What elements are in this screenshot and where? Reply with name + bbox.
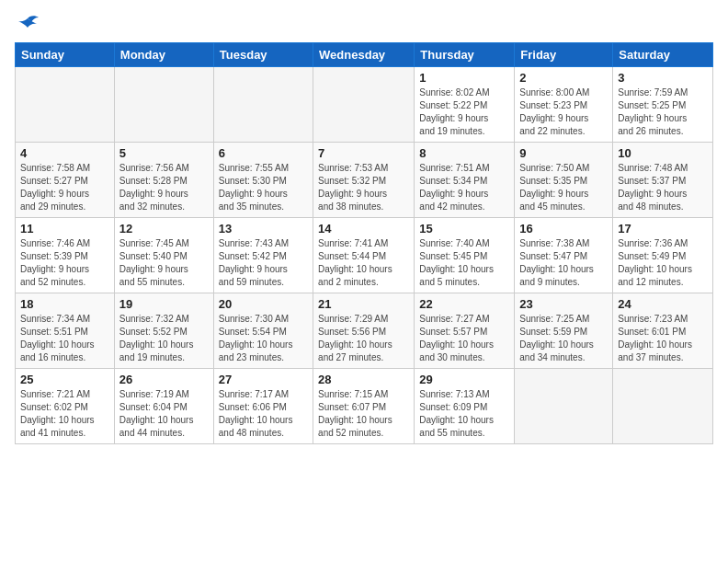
day-number: 13 xyxy=(219,222,308,236)
day-number: 23 xyxy=(519,297,608,311)
day-info: Sunrise: 7:40 AM Sunset: 5:45 PM Dayligh… xyxy=(419,237,509,289)
day-info: Sunrise: 7:15 AM Sunset: 6:07 PM Dayligh… xyxy=(318,388,409,440)
calendar-cell: 19Sunrise: 7:32 AM Sunset: 5:52 PM Dayli… xyxy=(114,293,213,369)
calendar-cell: 12Sunrise: 7:45 AM Sunset: 5:40 PM Dayli… xyxy=(114,218,213,293)
col-header-sunday: Sunday xyxy=(16,43,115,67)
day-number: 27 xyxy=(219,373,308,386)
day-number: 29 xyxy=(419,373,509,386)
day-number: 6 xyxy=(219,146,308,160)
col-header-friday: Friday xyxy=(515,43,613,67)
col-header-saturday: Saturday xyxy=(613,43,713,67)
col-header-tuesday: Tuesday xyxy=(213,43,313,67)
day-info: Sunrise: 7:36 AM Sunset: 5:49 PM Dayligh… xyxy=(618,237,708,289)
day-number: 25 xyxy=(20,373,109,386)
day-info: Sunrise: 7:50 AM Sunset: 5:35 PM Dayligh… xyxy=(519,162,608,213)
day-number: 4 xyxy=(20,146,109,160)
calendar-cell: 21Sunrise: 7:29 AM Sunset: 5:56 PM Dayli… xyxy=(313,293,415,369)
day-info: Sunrise: 7:53 AM Sunset: 5:32 PM Dayligh… xyxy=(318,162,409,213)
calendar-cell: 14Sunrise: 7:41 AM Sunset: 5:44 PM Dayli… xyxy=(313,218,415,293)
calendar-table: SundayMondayTuesdayWednesdayThursdayFrid… xyxy=(15,42,713,444)
calendar-week-row: 25Sunrise: 7:21 AM Sunset: 6:02 PM Dayli… xyxy=(16,369,713,444)
day-info: Sunrise: 7:46 AM Sunset: 5:39 PM Dayligh… xyxy=(20,237,109,289)
col-header-thursday: Thursday xyxy=(415,43,515,67)
day-info: Sunrise: 7:19 AM Sunset: 6:04 PM Dayligh… xyxy=(119,388,209,440)
day-info: Sunrise: 7:17 AM Sunset: 6:06 PM Dayligh… xyxy=(219,388,308,440)
day-info: Sunrise: 8:00 AM Sunset: 5:23 PM Dayligh… xyxy=(519,86,608,138)
day-number: 9 xyxy=(519,146,608,160)
calendar-cell: 26Sunrise: 7:19 AM Sunset: 6:04 PM Dayli… xyxy=(114,369,213,444)
day-info: Sunrise: 7:55 AM Sunset: 5:30 PM Dayligh… xyxy=(219,162,308,213)
day-info: Sunrise: 7:13 AM Sunset: 6:09 PM Dayligh… xyxy=(419,388,509,440)
calendar-cell: 3Sunrise: 7:59 AM Sunset: 5:25 PM Daylig… xyxy=(613,67,713,143)
day-number: 14 xyxy=(318,222,409,236)
logo-icon xyxy=(15,15,40,35)
day-info: Sunrise: 7:29 AM Sunset: 5:56 PM Dayligh… xyxy=(318,313,409,364)
calendar-cell: 5Sunrise: 7:56 AM Sunset: 5:28 PM Daylig… xyxy=(114,143,213,218)
calendar-cell xyxy=(613,369,713,444)
calendar-cell: 22Sunrise: 7:27 AM Sunset: 5:57 PM Dayli… xyxy=(415,293,515,369)
day-number: 28 xyxy=(318,373,409,386)
day-info: Sunrise: 7:32 AM Sunset: 5:52 PM Dayligh… xyxy=(119,313,209,364)
calendar-cell: 8Sunrise: 7:51 AM Sunset: 5:34 PM Daylig… xyxy=(415,143,515,218)
calendar-cell: 24Sunrise: 7:23 AM Sunset: 6:01 PM Dayli… xyxy=(613,293,713,369)
calendar-cell xyxy=(16,67,115,143)
calendar-cell: 2Sunrise: 8:00 AM Sunset: 5:23 PM Daylig… xyxy=(515,67,613,143)
day-info: Sunrise: 7:45 AM Sunset: 5:40 PM Dayligh… xyxy=(119,237,209,289)
day-number: 10 xyxy=(618,146,708,160)
calendar-cell: 11Sunrise: 7:46 AM Sunset: 5:39 PM Dayli… xyxy=(16,218,115,293)
day-number: 11 xyxy=(20,222,109,236)
day-number: 26 xyxy=(119,373,209,386)
calendar-cell: 18Sunrise: 7:34 AM Sunset: 5:51 PM Dayli… xyxy=(16,293,115,369)
calendar-header-row: SundayMondayTuesdayWednesdayThursdayFrid… xyxy=(16,43,713,67)
day-number: 1 xyxy=(419,71,509,85)
day-number: 20 xyxy=(219,297,308,311)
calendar-week-row: 18Sunrise: 7:34 AM Sunset: 5:51 PM Dayli… xyxy=(16,293,713,369)
calendar-cell: 16Sunrise: 7:38 AM Sunset: 5:47 PM Dayli… xyxy=(515,218,613,293)
calendar-cell: 15Sunrise: 7:40 AM Sunset: 5:45 PM Dayli… xyxy=(415,218,515,293)
day-info: Sunrise: 7:30 AM Sunset: 5:54 PM Dayligh… xyxy=(219,313,308,364)
day-number: 16 xyxy=(519,222,608,236)
calendar-cell: 10Sunrise: 7:48 AM Sunset: 5:37 PM Dayli… xyxy=(613,143,713,218)
calendar-cell: 13Sunrise: 7:43 AM Sunset: 5:42 PM Dayli… xyxy=(213,218,313,293)
calendar-cell: 17Sunrise: 7:36 AM Sunset: 5:49 PM Dayli… xyxy=(613,218,713,293)
day-info: Sunrise: 7:56 AM Sunset: 5:28 PM Dayligh… xyxy=(119,162,209,213)
calendar-week-row: 1Sunrise: 8:02 AM Sunset: 5:22 PM Daylig… xyxy=(16,67,713,143)
page-header xyxy=(15,15,713,35)
day-info: Sunrise: 7:43 AM Sunset: 5:42 PM Dayligh… xyxy=(219,237,308,289)
day-info: Sunrise: 7:27 AM Sunset: 5:57 PM Dayligh… xyxy=(419,313,509,364)
calendar-cell: 27Sunrise: 7:17 AM Sunset: 6:06 PM Dayli… xyxy=(213,369,313,444)
day-info: Sunrise: 7:25 AM Sunset: 5:59 PM Dayligh… xyxy=(519,313,608,364)
day-info: Sunrise: 8:02 AM Sunset: 5:22 PM Dayligh… xyxy=(419,86,509,138)
day-number: 22 xyxy=(419,297,509,311)
calendar-cell xyxy=(114,67,213,143)
day-info: Sunrise: 7:59 AM Sunset: 5:25 PM Dayligh… xyxy=(618,86,708,138)
calendar-cell xyxy=(213,67,313,143)
day-info: Sunrise: 7:41 AM Sunset: 5:44 PM Dayligh… xyxy=(318,237,409,289)
calendar-week-row: 4Sunrise: 7:58 AM Sunset: 5:27 PM Daylig… xyxy=(16,143,713,218)
day-number: 7 xyxy=(318,146,409,160)
day-number: 5 xyxy=(119,146,209,160)
calendar-cell: 7Sunrise: 7:53 AM Sunset: 5:32 PM Daylig… xyxy=(313,143,415,218)
calendar-cell: 23Sunrise: 7:25 AM Sunset: 5:59 PM Dayli… xyxy=(515,293,613,369)
day-number: 2 xyxy=(519,71,608,85)
calendar-cell xyxy=(515,369,613,444)
calendar-cell: 9Sunrise: 7:50 AM Sunset: 5:35 PM Daylig… xyxy=(515,143,613,218)
day-info: Sunrise: 7:48 AM Sunset: 5:37 PM Dayligh… xyxy=(618,162,708,213)
day-info: Sunrise: 7:38 AM Sunset: 5:47 PM Dayligh… xyxy=(519,237,608,289)
day-number: 12 xyxy=(119,222,209,236)
day-info: Sunrise: 7:21 AM Sunset: 6:02 PM Dayligh… xyxy=(20,388,109,440)
day-info: Sunrise: 7:23 AM Sunset: 6:01 PM Dayligh… xyxy=(618,313,708,364)
calendar-cell: 28Sunrise: 7:15 AM Sunset: 6:07 PM Dayli… xyxy=(313,369,415,444)
day-number: 8 xyxy=(419,146,509,160)
calendar-cell xyxy=(313,67,415,143)
logo xyxy=(15,15,44,35)
calendar-cell: 25Sunrise: 7:21 AM Sunset: 6:02 PM Dayli… xyxy=(16,369,115,444)
day-number: 24 xyxy=(618,297,708,311)
calendar-cell: 29Sunrise: 7:13 AM Sunset: 6:09 PM Dayli… xyxy=(415,369,515,444)
day-number: 17 xyxy=(618,222,708,236)
day-number: 15 xyxy=(419,222,509,236)
day-info: Sunrise: 7:58 AM Sunset: 5:27 PM Dayligh… xyxy=(20,162,109,213)
calendar-cell: 6Sunrise: 7:55 AM Sunset: 5:30 PM Daylig… xyxy=(213,143,313,218)
day-info: Sunrise: 7:51 AM Sunset: 5:34 PM Dayligh… xyxy=(419,162,509,213)
calendar-cell: 4Sunrise: 7:58 AM Sunset: 5:27 PM Daylig… xyxy=(16,143,115,218)
